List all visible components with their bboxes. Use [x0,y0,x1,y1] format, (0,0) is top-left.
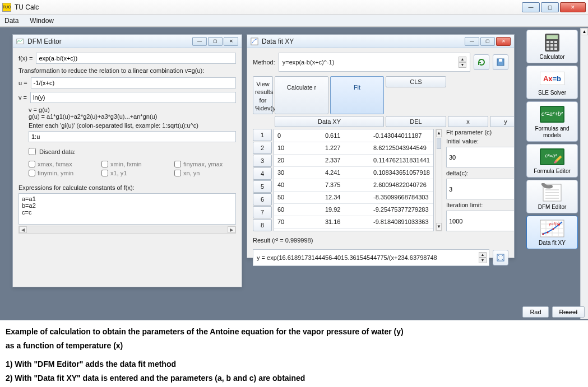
table-row[interactable]: 304.2410.108343651057918 [274,166,433,179]
dfx-maximize-button[interactable]: ▢ [480,37,495,46]
method-select[interactable]: y=exp(a-b(x+c)^-1) ▲▼ [279,53,470,72]
fx-input[interactable] [36,53,236,64]
save-button[interactable] [493,54,508,70]
check-finymax[interactable]: finymax, ymax [174,161,230,167]
dfm-minimize-button[interactable]: — [192,37,207,46]
row-number-button[interactable]: 7 [253,206,272,218]
g-heading-2: g(u) = a1*g1(u)+a2*g2(u)+a3*g3(u)...+an*… [18,113,236,120]
tool-data-fit-xy[interactable]: y=f(x) Data fit XY [526,216,578,249]
svg-text:y=f(x): y=f(x) [549,221,561,226]
fit-button[interactable]: Fit [330,76,384,114]
result-output[interactable]: y = exp(16.6189173144456-4015.3615454477… [253,249,489,266]
dfm-close-button[interactable]: ✕ [224,37,238,46]
dfx-minimize-button[interactable]: — [465,37,479,46]
table-row[interactable]: 101.2278.62125043944549 [274,142,433,154]
delta-input[interactable] [446,179,514,199]
tool-dfm-editor[interactable]: DFM Editor [526,180,578,213]
menu-window[interactable]: Window [30,17,54,25]
row-number-button[interactable]: 5 [253,180,272,193]
svg-point-37 [543,234,544,235]
svg-rect-9 [554,41,557,43]
check-xmax[interactable]: xmax, fxmax [29,161,85,167]
check-xmin[interactable]: xmin, fxmin [101,161,158,167]
fit-param-label: Fit parameter (c) [446,129,514,136]
u-input[interactable] [31,77,236,88]
dfm-maximize-button[interactable]: ▢ [208,37,223,46]
round-button[interactable]: Round [552,306,585,318]
menu-data[interactable]: Data [4,17,18,25]
svg-rect-13 [547,48,549,50]
cls-button[interactable]: CLS [386,76,446,87]
data-xy-button[interactable]: Data XY [275,116,384,127]
check-xnyn[interactable]: xn, yn [174,170,230,176]
table-row[interactable]: 00.611-0.143044011187 [274,129,433,142]
v-input[interactable] [30,92,236,103]
hscroll[interactable]: ◀▶ [18,226,236,234]
tool-formulas[interactable]: c²=a²+b² Formulas and models [526,101,578,142]
data-grid[interactable]: 00.611-0.143044011187101.2278.6212504394… [274,129,434,231]
data-fit-xy-window: Data fit XY — ▢ ✕ Method: y=exp(a-b(x+c)… [247,34,515,258]
save-icon [496,58,505,67]
dfx-titlebar[interactable]: Data fit XY — ▢ ✕ [247,35,514,48]
workspace: ▲ DFM Editor — ▢ ✕ f(x) = Transformation… [0,27,588,320]
row-number-button[interactable]: 1 [253,129,272,141]
v-label: v = [18,94,27,101]
svg-rect-11 [550,44,553,46]
svg-text:Ax=b: Ax=b [543,74,561,83]
close-button[interactable]: ✕ [560,2,586,12]
x-column-button[interactable]: x [448,116,488,127]
del-button[interactable]: DEL [386,116,446,127]
svg-point-39 [553,229,554,230]
result-down-button[interactable]: ▼ [479,258,487,263]
result-up-button[interactable]: ▲ [479,252,487,258]
dfm-editor-window: DFM Editor — ▢ ✕ f(x) = Transformation t… [12,34,242,287]
menubar: Data Window [0,15,588,27]
refresh-button[interactable] [474,54,489,70]
row-number-button[interactable]: 8 [253,219,272,231]
data-fit-icon: y=f(x) [540,219,564,238]
method-down-button[interactable]: ▼ [459,62,466,68]
row-number-button[interactable]: 3 [253,155,272,167]
maximize-button[interactable]: ▢ [541,2,559,12]
g-heading-1: v = g(u) [18,106,236,113]
rad-button[interactable]: Rad [522,306,548,318]
row-number-button[interactable]: 4 [253,167,272,180]
svg-point-38 [547,232,549,234]
table-row[interactable]: 5012.34-8.35099668784303 [274,191,433,203]
view-results-button[interactable]: View results for %dev(y) [253,76,273,114]
calculate-r-button[interactable]: Calculate r [275,76,328,114]
row-number-button[interactable]: 2 [253,142,272,154]
initial-label: Initial value: [446,138,514,144]
caption: Example of calculation to obtain the par… [0,320,588,384]
method-up-button[interactable]: ▲ [459,57,466,62]
tool-formula-editor[interactable]: c²=a² Formula Editor [526,144,578,178]
check-x1y1[interactable]: x1, y1 [101,170,158,176]
table-row[interactable]: 202.3370.114762131831441 [274,154,433,166]
table-row[interactable]: 6019.92-9.25475377279283 [274,203,433,216]
table-row[interactable]: 7031.16-9.81840891033363 [274,216,433,228]
delta-label: delta(c): [446,170,514,176]
gi-input[interactable] [29,131,236,142]
app-title: TU Calc [15,3,39,11]
row-number-button[interactable]: 6 [253,193,272,206]
dfm-editor-icon [540,183,564,202]
initial-value-input[interactable] [446,147,514,167]
discard-checkbox[interactable] [29,148,36,155]
workspace-vscroll[interactable]: ▲ [580,28,588,319]
tool-sle-solver[interactable]: Ax=b SLE Solver [526,66,578,99]
expand-button[interactable] [493,250,508,265]
iter-input[interactable] [446,211,514,231]
svg-point-40 [558,224,560,226]
dfm-titlebar[interactable]: DFM Editor — ▢ ✕ [13,35,242,48]
tool-calculator[interactable]: Calculator [526,30,578,63]
table-row[interactable]: 407.3752.60094822040726 [274,179,433,191]
y-column-button[interactable]: y [490,116,514,127]
minimize-button[interactable]: — [522,2,540,12]
app-icon: TUC [2,3,11,12]
sle-icon: Ax=b [540,69,564,88]
check-finymin[interactable]: finymin, ymin [29,170,85,176]
grid-vscroll[interactable]: ▲▼ [436,129,442,231]
dfx-close-button[interactable]: ✕ [496,37,511,46]
constants-input[interactable]: a=a1 b=a2 c=c [18,193,236,225]
chart-icon [251,38,258,45]
